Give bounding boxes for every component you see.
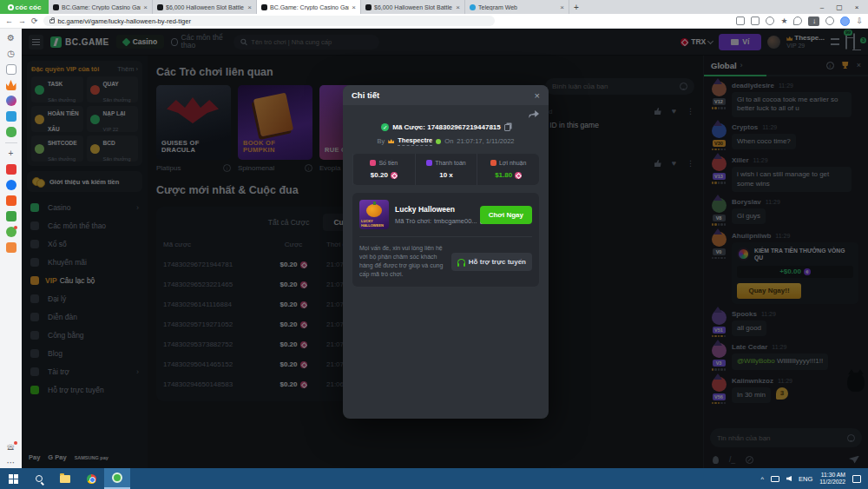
modal-header: Chi tiết × — [343, 85, 549, 105]
pumpkin-graphic — [366, 204, 382, 217]
bookmark-star-icon[interactable]: ★ — [780, 17, 787, 25]
history-clock-icon[interactable]: ◷ — [6, 49, 16, 59]
page-url: bc.game/vi/game/lucky-halloween-by-red-t… — [58, 17, 191, 25]
coccoc-logo-icon — [8, 4, 14, 10]
tab-close-icon[interactable]: × — [143, 3, 148, 11]
add-shortcut-icon[interactable]: + — [6, 149, 16, 159]
shopee-icon[interactable] — [6, 195, 16, 206]
cart-icon[interactable] — [6, 242, 16, 253]
language-indicator[interactable]: ENG — [799, 475, 812, 483]
tab-favicon — [365, 4, 372, 10]
reading-list-icon[interactable] — [6, 64, 16, 75]
browser-tab-active[interactable]: BC.Game: Crypto Casino Gan× — [257, 0, 361, 14]
player-link[interactable]: Thespectre — [398, 136, 432, 146]
notification-bell-icon[interactable]: 🛎 — [6, 442, 16, 453]
adblock-shield-icon[interactable] — [793, 17, 802, 25]
back-button[interactable]: ← — [5, 17, 13, 25]
game-thumbnail[interactable]: LUCKY HALLOWEEN — [359, 200, 389, 229]
tab-close-icon[interactable]: × — [352, 3, 356, 11]
browser-toolbar: ← → ⟳ bc.game/vi/game/lucky-halloween-by… — [0, 14, 868, 29]
modal-title: Chi tiết — [352, 90, 379, 100]
crown-rewards-icon[interactable] — [6, 80, 16, 90]
more-options-icon[interactable]: ⋯ — [6, 458, 16, 468]
live-support-button[interactable]: Hỗ trợ trực tuyến — [451, 253, 532, 271]
taskbar-search-button[interactable] — [26, 468, 52, 489]
tab-favicon — [157, 4, 163, 10]
action-center-icon[interactable] — [852, 475, 861, 483]
network-icon[interactable] — [771, 476, 779, 482]
share-arrow-icon[interactable] — [529, 110, 539, 118]
screenshot-icon[interactable] — [736, 17, 745, 25]
tab-title: $6,000 Halloween Slot Battle — [166, 4, 245, 10]
ssl-lock-icon — [49, 19, 55, 23]
reload-button[interactable]: ⟳ — [31, 17, 38, 25]
share-icon[interactable] — [766, 17, 774, 25]
start-button[interactable] — [0, 468, 26, 489]
close-window-button[interactable]: × — [849, 3, 865, 11]
clock[interactable]: 11:30 AM11/2/2022 — [819, 472, 845, 486]
thumb-title: LUCKY HALLOWEEN — [361, 220, 389, 228]
game-info-box: LUCKY HALLOWEEN Lucky Halloween Mã Trò c… — [352, 193, 539, 287]
tab-title: $6,000 Halloween Slot Battle — [374, 4, 453, 10]
translate-icon[interactable] — [751, 17, 760, 25]
zalo-icon[interactable] — [6, 111, 16, 122]
profile-avatar[interactable] — [840, 17, 850, 26]
headset-icon — [457, 259, 465, 265]
tab-close-icon[interactable]: × — [560, 3, 564, 11]
tray-expand-icon[interactable]: ^ — [760, 475, 764, 483]
browser-tab[interactable]: BC.Game: Crypto Casino Gan× — [49, 0, 153, 14]
shop-grid-icon[interactable] — [6, 211, 16, 221]
coccoc-brand-label: cốc cốc — [16, 3, 42, 11]
messenger-icon[interactable] — [6, 96, 16, 106]
tab-title: BC.Game: Crypto Casino Gan — [62, 4, 141, 10]
address-bar[interactable]: bc.game/vi/game/lucky-halloween-by-red-t… — [43, 16, 495, 26]
bet-datetime: 21:07:17, 1/11/2022 — [457, 137, 514, 145]
modal-close-icon[interactable]: × — [535, 90, 540, 101]
download-manager-button[interactable]: ↓ — [808, 17, 819, 26]
stat-value: $0.20 — [371, 171, 388, 179]
sync-icon[interactable] — [825, 17, 834, 25]
stat-icon — [426, 160, 432, 166]
maximize-button[interactable]: ▢ — [832, 3, 847, 11]
tab-favicon — [261, 4, 267, 10]
tab-close-icon[interactable]: × — [456, 3, 460, 11]
youtube-icon[interactable] — [6, 164, 16, 175]
tab-close-icon[interactable]: × — [247, 3, 252, 11]
verified-check-icon: ✓ — [381, 123, 389, 131]
downloads-tray-icon[interactable]: ⇩ — [856, 17, 863, 25]
minimize-button[interactable]: – — [814, 3, 830, 11]
gamepad-icon[interactable] — [6, 127, 16, 137]
bet-details-modal: Chi tiết × ✓ Mã Cược: 174830296721944781… — [343, 85, 549, 419]
frog-badge-icon — [436, 139, 441, 144]
browser-tab-strip: cốc cốc BC.Game: Crypto Casino Gan× $6,0… — [0, 0, 868, 14]
coccoc-browser-button[interactable]: cốc cốc — [0, 0, 49, 14]
by-label: By — [378, 137, 385, 145]
chrome-taskbar-button[interactable] — [78, 468, 104, 489]
stat-label: Số tiền — [378, 160, 398, 166]
stat-label: Thanh toán — [435, 160, 465, 166]
windows-taskbar: ^ ENG 11:30 AM11/2/2022 — [0, 468, 868, 489]
trx-coin-icon — [391, 172, 398, 179]
browser-tab[interactable]: Telegram Web× — [465, 0, 569, 14]
stat-label: Lợi nhuận — [499, 160, 526, 166]
stat-icon — [370, 160, 376, 166]
promo-icon[interactable] — [6, 227, 16, 237]
file-explorer-button[interactable] — [52, 468, 78, 489]
bet-stat: Lợi nhuận $1.80 — [477, 154, 539, 185]
browser-tab[interactable]: $6,000 Halloween Slot Battle× — [361, 0, 465, 14]
new-tab-button[interactable]: + — [569, 0, 583, 14]
tab-favicon-telegram — [470, 4, 476, 10]
divider — [359, 236, 532, 237]
coccoc-taskbar-button[interactable] — [104, 468, 130, 489]
play-now-button[interactable]: Chơi Ngay — [480, 206, 532, 224]
stat-value: 10 x — [439, 171, 453, 179]
settings-gear-icon[interactable]: ⚙ — [6, 33, 16, 43]
tab-title: Telegram Web — [478, 4, 557, 10]
forward-button[interactable]: → — [18, 17, 26, 25]
copy-icon[interactable] — [504, 124, 510, 131]
bet-stat: Thanh toán 10 x — [415, 154, 477, 185]
game-name: Lucky Halloween — [395, 205, 474, 214]
volume-icon[interactable] — [786, 476, 792, 481]
browser-tab[interactable]: $6,000 Halloween Slot Battle× — [153, 0, 257, 14]
facebook-icon[interactable] — [6, 180, 16, 190]
